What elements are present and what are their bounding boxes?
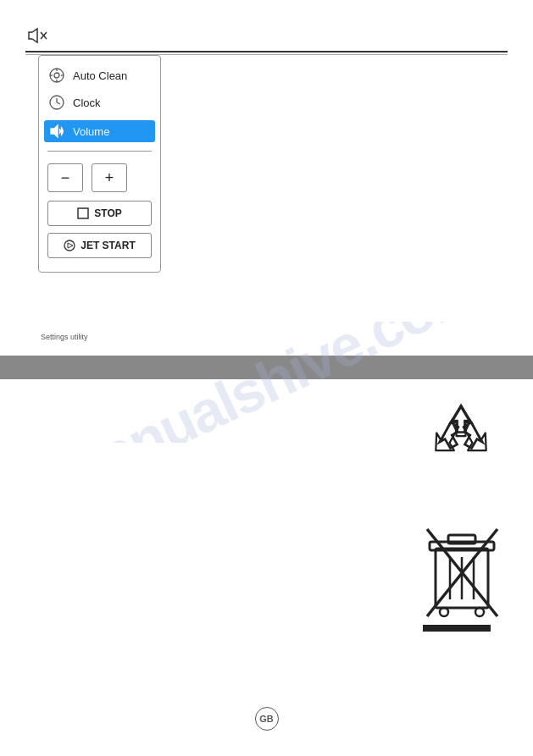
menu-item-auto-clean[interactable]: Auto Clean [47, 66, 152, 85]
top-line [25, 51, 508, 52]
panel-divider [47, 151, 152, 152]
weee-bar [423, 625, 491, 632]
gray-separator-bar [0, 356, 533, 379]
svg-marker-12 [51, 125, 58, 137]
bottom-badge: GB [255, 707, 279, 731]
auto-clean-label: Auto Clean [73, 69, 127, 82]
plus-button[interactable]: + [92, 163, 127, 192]
svg-point-4 [54, 73, 59, 78]
controls-row: − + [47, 163, 152, 192]
recycle-symbol-area [423, 398, 499, 477]
jet-start-button[interactable]: JET START [47, 233, 152, 258]
minus-button[interactable]: − [47, 163, 83, 192]
clock-label: Clock [73, 97, 101, 109]
menu-item-volume[interactable]: Volume [44, 120, 155, 142]
play-icon [64, 240, 75, 251]
menu-item-clock[interactable]: Clock [47, 93, 152, 112]
watermark-text: manualshive.com [45, 322, 488, 443]
panel-subtext: Settings utility [41, 333, 88, 341]
volume-icon [47, 122, 66, 141]
volume-label: Volume [73, 125, 109, 138]
top-section [25, 25, 508, 55]
settings-panel: Auto Clean Clock Volume − + [38, 55, 161, 273]
svg-rect-18 [448, 535, 475, 544]
mute-icon [25, 25, 49, 46]
svg-marker-0 [29, 29, 37, 42]
weee-symbol-area [423, 525, 503, 632]
svg-marker-15 [68, 243, 73, 248]
svg-line-11 [57, 102, 60, 104]
stop-icon [77, 207, 89, 219]
mute-icon-row [25, 25, 508, 46]
stop-button[interactable]: STOP [47, 201, 152, 226]
weee-icon [423, 525, 503, 618]
recycle-icon [423, 398, 499, 474]
svg-rect-13 [78, 208, 88, 218]
clock-icon [47, 93, 66, 112]
auto-clean-icon [47, 66, 66, 85]
